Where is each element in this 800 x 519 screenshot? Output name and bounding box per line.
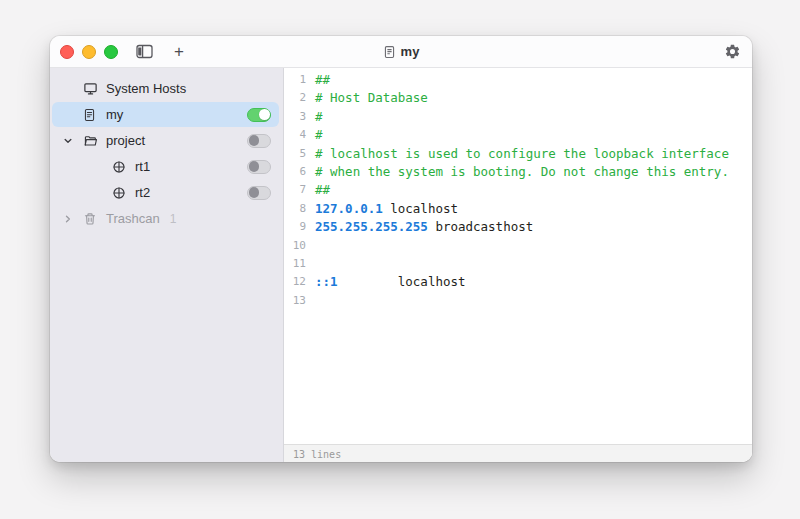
line-number: 6 xyxy=(284,163,306,181)
editor-line[interactable]: 9255.255.255.255 broadcasthost xyxy=(284,218,752,236)
sidebar-item-system-hosts[interactable]: System Hosts xyxy=(52,76,279,101)
window-title-group: my xyxy=(50,36,752,67)
editor-line[interactable]: 4# xyxy=(284,126,752,144)
chevron-down-icon[interactable] xyxy=(62,135,83,147)
sidebar-item-trashcan[interactable]: Trashcan1 xyxy=(52,206,279,231)
token-plain: localhost xyxy=(383,201,458,216)
line-number: 1 xyxy=(284,71,306,89)
globe-icon xyxy=(112,160,129,174)
line-content: 255.255.255.255 broadcasthost xyxy=(315,218,533,236)
editor-line[interactable]: 13 xyxy=(284,292,752,310)
line-number: 4 xyxy=(284,126,306,144)
editor-line[interactable]: 5# localhost is used to configure the lo… xyxy=(284,145,752,163)
desktop-background: + my System Hostsmyprojectrt xyxy=(0,0,800,519)
monitor-icon xyxy=(83,81,100,96)
sidebar-item-label: my xyxy=(106,107,123,122)
close-button[interactable] xyxy=(60,45,74,59)
line-number: 5 xyxy=(284,145,306,163)
token-comment: ## xyxy=(315,182,330,197)
toggle-knob xyxy=(249,161,260,172)
window-title: my xyxy=(401,44,420,59)
line-content: # when the system is booting. Do not cha… xyxy=(315,163,729,181)
trash-icon xyxy=(83,212,100,226)
toggle-knob xyxy=(249,135,260,146)
token-comment: # Host Database xyxy=(315,90,428,105)
toggle-sidebar-button[interactable] xyxy=(134,43,154,61)
line-number: 2 xyxy=(284,89,306,107)
settings-button[interactable] xyxy=(723,42,742,61)
toggle-knob xyxy=(249,187,260,198)
trashcan-count: 1 xyxy=(170,212,177,226)
line-content: # Host Database xyxy=(315,89,428,107)
sidebar: System Hostsmyprojectrt1rt2Trashcan1 xyxy=(50,68,284,462)
folder-icon xyxy=(83,134,100,148)
token-ip: ::1 xyxy=(315,274,338,289)
token-comment: # when the system is booting. Do not cha… xyxy=(315,164,729,179)
toggle-knob xyxy=(259,109,270,120)
traffic-lights xyxy=(50,45,118,59)
line-content: # xyxy=(315,126,323,144)
sidebar-item-rt2[interactable]: rt2 xyxy=(52,180,279,205)
line-number: 7 xyxy=(284,181,306,199)
hosts-enabled-toggle[interactable] xyxy=(247,186,271,200)
hosts-enabled-toggle[interactable] xyxy=(247,108,271,122)
hosts-enabled-toggle[interactable] xyxy=(247,134,271,148)
gear-icon xyxy=(724,43,741,60)
line-content: ## xyxy=(315,71,330,89)
line-count-label: 13 lines xyxy=(293,449,341,460)
sidebar-item-label: project xyxy=(106,133,145,148)
editor-line[interactable]: 11 xyxy=(284,255,752,273)
line-content: ## xyxy=(315,181,330,199)
editor-line[interactable]: 6# when the system is booting. Do not ch… xyxy=(284,163,752,181)
line-number: 9 xyxy=(284,218,306,236)
token-plain: localhost xyxy=(338,274,466,289)
fullscreen-button[interactable] xyxy=(104,45,118,59)
titlebar: + my xyxy=(50,36,752,68)
sidebar-item-label: rt2 xyxy=(135,185,150,200)
editor-line[interactable]: 10 xyxy=(284,237,752,255)
line-number: 10 xyxy=(284,237,306,255)
line-content: # localhost is used to configure the loo… xyxy=(315,145,729,163)
token-plain: broadcasthost xyxy=(428,219,533,234)
sidebar-item-label: rt1 xyxy=(135,159,150,174)
add-hosts-button[interactable]: + xyxy=(170,43,188,61)
token-ip: 255.255.255.255 xyxy=(315,219,428,234)
line-content: 127.0.0.1 localhost xyxy=(315,200,458,218)
editor-line[interactable]: 3# xyxy=(284,108,752,126)
editor-line[interactable]: 7## xyxy=(284,181,752,199)
line-number: 3 xyxy=(284,108,306,126)
sidebar-item-label: Trashcan xyxy=(106,211,160,226)
editor-line[interactable]: 8127.0.0.1 localhost xyxy=(284,200,752,218)
token-comment: # xyxy=(315,109,323,124)
line-number: 11 xyxy=(284,255,306,273)
line-number: 13 xyxy=(284,292,306,310)
line-number: 12 xyxy=(284,273,306,291)
editor-line[interactable]: 2# Host Database xyxy=(284,89,752,107)
editor-lines[interactable]: 1##2# Host Database3#4#5# localhost is u… xyxy=(284,68,752,444)
token-ip: 127.0.0.1 xyxy=(315,201,383,216)
sidebar-toggle-icon xyxy=(136,44,153,59)
sidebar-item-rt1[interactable]: rt1 xyxy=(52,154,279,179)
line-content: ::1 localhost xyxy=(315,273,466,291)
token-comment: ## xyxy=(315,72,330,87)
sidebar-item-my[interactable]: my xyxy=(52,102,279,127)
app-window: + my System Hostsmyprojectrt xyxy=(50,36,752,462)
token-comment: # xyxy=(315,127,323,142)
globe-icon xyxy=(112,186,129,200)
hosts-enabled-toggle[interactable] xyxy=(247,160,271,174)
editor-pane: 1##2# Host Database3#4#5# localhost is u… xyxy=(284,68,752,462)
token-comment: # localhost is used to configure the loo… xyxy=(315,146,729,161)
window-content: System Hostsmyprojectrt1rt2Trashcan1 1##… xyxy=(50,68,752,462)
minimize-button[interactable] xyxy=(82,45,96,59)
chevron-right-icon[interactable] xyxy=(62,213,83,225)
sidebar-item-label: System Hosts xyxy=(106,81,186,96)
line-number: 8 xyxy=(284,200,306,218)
sidebar-item-project[interactable]: project xyxy=(52,128,279,153)
editor-line[interactable]: 12::1 localhost xyxy=(284,273,752,291)
document-icon xyxy=(83,108,100,122)
statusbar: 13 lines xyxy=(284,444,752,462)
document-icon xyxy=(383,45,396,59)
line-content: # xyxy=(315,108,323,126)
editor-line[interactable]: 1## xyxy=(284,71,752,89)
